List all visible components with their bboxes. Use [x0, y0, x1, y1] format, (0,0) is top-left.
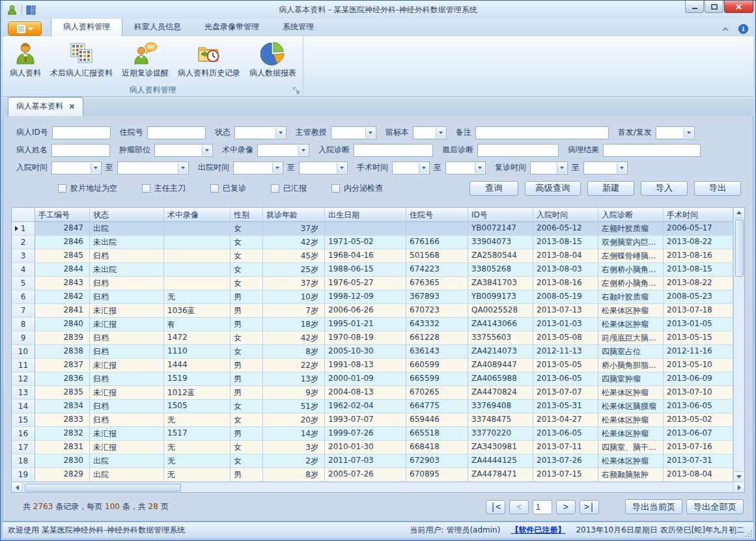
checkbox-box[interactable]: [331, 184, 340, 193]
table-cell[interactable]: 女: [231, 413, 263, 426]
close-tab-icon[interactable]: [69, 104, 75, 109]
row-selector[interactable]: 17: [12, 441, 35, 454]
table-cell[interactable]: 男: [231, 359, 263, 372]
table-cell[interactable]: 未出院: [90, 263, 164, 276]
table-cell[interactable]: 636143: [406, 345, 468, 358]
checkbox-box[interactable]: [142, 184, 150, 193]
table-cell[interactable]: 2843: [35, 277, 90, 290]
table-cell[interactable]: 14岁: [263, 427, 325, 440]
table-cell[interactable]: ZA4444125: [468, 454, 533, 467]
patient-name-input[interactable]: [51, 144, 110, 157]
table-cell[interactable]: 女: [231, 441, 263, 454]
checkbox-box[interactable]: [58, 184, 66, 193]
column-header[interactable]: 手工编号: [35, 208, 90, 221]
table-cell[interactable]: 1968-04-16: [325, 249, 406, 262]
table-cell[interactable]: 670723: [406, 304, 468, 317]
table-cell[interactable]: 2838: [35, 345, 90, 358]
table-row[interactable]: 92839归档1472女42岁1970-08-19661228337556032…: [12, 331, 733, 345]
chevron-down-icon[interactable]: [178, 163, 188, 173]
table-cell[interactable]: 1995-01-21: [325, 318, 406, 331]
table-cell[interactable]: 无: [164, 413, 231, 426]
table-cell[interactable]: 女: [231, 249, 263, 262]
chevron-down-icon[interactable]: [419, 163, 428, 173]
table-row[interactable]: 82840未汇报有男18岁1995-01-21643332ZA414306620…: [12, 318, 733, 331]
table-cell[interactable]: [164, 222, 231, 235]
table-cell[interactable]: 前颅底巨大脑...: [598, 331, 664, 344]
table-cell[interactable]: 2013-06-09: [664, 372, 733, 385]
table-cell[interactable]: 2847: [35, 222, 90, 235]
column-header[interactable]: 性别: [231, 208, 263, 221]
table-cell[interactable]: ZA4478471: [468, 468, 533, 481]
inpatient-no-input[interactable]: [147, 126, 206, 139]
table-cell[interactable]: 1971-05-02: [325, 236, 406, 249]
table-cell[interactable]: 未出院: [90, 236, 164, 249]
row-selector[interactable]: 9: [12, 331, 35, 344]
remark-input[interactable]: [475, 126, 609, 139]
table-cell[interactable]: 2841: [35, 304, 90, 317]
column-header[interactable]: 就诊年龄: [263, 208, 325, 221]
table-cell[interactable]: 2013-08-04: [664, 468, 733, 481]
table-cell[interactable]: 有: [164, 318, 231, 331]
table-cell[interactable]: 37岁: [263, 277, 325, 290]
row-selector[interactable]: 15: [12, 413, 35, 426]
table-cell[interactable]: 33770220: [468, 427, 533, 440]
table-cell[interactable]: 2013-06-05: [533, 372, 598, 385]
application-menu-button[interactable]: [8, 21, 42, 36]
table-cell[interactable]: 2013-08-22: [664, 277, 733, 290]
table-cell[interactable]: 643332: [406, 318, 468, 331]
table-cell[interactable]: 无: [164, 441, 231, 454]
table-cell[interactable]: 8岁: [263, 345, 325, 358]
table-cell[interactable]: 2013-07-31: [664, 454, 733, 467]
table-cell[interactable]: 双侧脑室内巨...: [598, 236, 664, 249]
table-cell[interactable]: 未汇报: [90, 441, 164, 454]
table-cell[interactable]: 归档: [90, 277, 164, 290]
row-selector[interactable]: 8: [12, 318, 35, 331]
table-cell[interactable]: 无: [164, 290, 231, 303]
scroll-right-button[interactable]: [733, 482, 744, 492]
table-cell[interactable]: 右颞叶胶质瘤: [598, 290, 664, 303]
row-selector[interactable]: 2: [12, 236, 35, 249]
table-cell[interactable]: 2835: [35, 386, 90, 399]
checkbox-box[interactable]: [210, 184, 219, 193]
table-cell[interactable]: 2010-01-30: [325, 441, 406, 454]
table-cell[interactable]: 660599: [406, 359, 468, 372]
table-cell[interactable]: 676365: [406, 277, 468, 290]
table-cell[interactable]: 未汇报: [90, 359, 164, 372]
table-cell[interactable]: 1970-08-19: [325, 331, 406, 344]
table-cell[interactable]: [164, 249, 231, 262]
chevron-down-icon[interactable]: [684, 128, 693, 138]
column-header[interactable]: 住院号: [406, 208, 468, 221]
row-selector[interactable]: 13: [12, 386, 35, 399]
patient-id-input[interactable]: [52, 126, 111, 139]
table-cell[interactable]: 左侧桥小脑角...: [598, 277, 664, 290]
table-cell[interactable]: 2013-08-04: [533, 249, 598, 262]
table-cell[interactable]: 22岁: [263, 359, 325, 372]
admit-time-from-combobox[interactable]: [51, 161, 102, 174]
table-cell[interactable]: 女: [231, 345, 263, 358]
horizontal-scroll-thumb[interactable]: [25, 484, 181, 492]
table-cell[interactable]: 33755603: [468, 331, 533, 344]
table-row[interactable]: 102838归档1110女8岁2005-10-30636143ZA4214073…: [12, 345, 733, 359]
table-cell[interactable]: 2013-06-05: [533, 427, 598, 440]
table-cell[interactable]: 1036蓝: [164, 304, 231, 317]
table-cell[interactable]: 2844: [35, 263, 90, 276]
table-cell[interactable]: 2834: [35, 400, 90, 413]
table-row[interactable]: 162832未汇报1517男14岁1999-07-266655183377022…: [12, 427, 733, 441]
table-row[interactable]: 112837未汇报1444男22岁1991-08-13660599ZA40894…: [12, 359, 733, 372]
surgery-time-to-combobox[interactable]: [445, 161, 486, 174]
table-row[interactable]: 22846未出院女42岁1971-05-02676166339040732013…: [12, 236, 733, 249]
dialog-launcher-icon[interactable]: [293, 87, 300, 94]
table-cell[interactable]: [406, 222, 468, 235]
table-cell[interactable]: 1519: [164, 372, 231, 385]
chevron-down-icon[interactable]: [298, 145, 308, 156]
table-cell[interactable]: 2012-11-13: [533, 345, 598, 358]
row-selector[interactable]: 19: [12, 468, 35, 481]
table-cell[interactable]: 501568: [406, 249, 468, 262]
table-cell[interactable]: 2013-05-10: [664, 359, 733, 372]
table-cell[interactable]: 2013-07-10: [664, 386, 733, 399]
table-cell[interactable]: 无: [164, 468, 231, 481]
table-cell[interactable]: 女: [231, 277, 263, 290]
scroll-left-button[interactable]: [12, 482, 23, 492]
row-selector[interactable]: 1: [12, 222, 35, 235]
table-cell[interactable]: 出院: [90, 454, 164, 467]
